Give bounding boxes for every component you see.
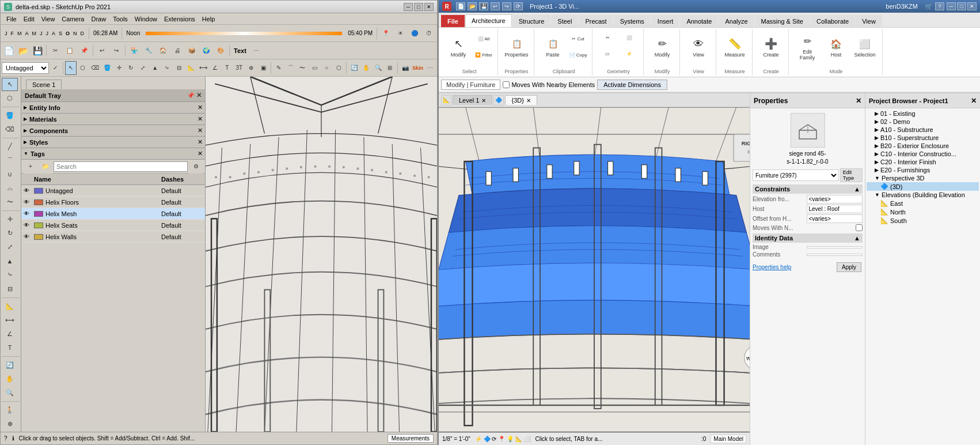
rv-moves-with-checkbox[interactable] <box>503 81 510 88</box>
rv-undo-btn[interactable]: ↩ <box>491 2 500 10</box>
pb-item-b10[interactable]: ▶ B10 - Superstructure <box>867 134 979 142</box>
rv-viewport[interactable]: N S W E RIGHT 3D <box>439 107 750 432</box>
pb-item-02-demo[interactable]: ▶ 02 - Demo <box>867 118 979 126</box>
rv-tab-architecture[interactable]: Architecture <box>465 14 512 27</box>
su-model-btn[interactable]: 📦 <box>185 44 199 58</box>
tag-color-seats[interactable] <box>34 223 43 228</box>
rv-join-geom-btn[interactable]: ⬜ <box>619 30 640 45</box>
su-component-btn[interactable]: ⬡ <box>77 61 89 75</box>
su-zoom-btn[interactable]: 🔍 <box>373 61 384 75</box>
tag-row-helix-mesh[interactable]: 👁 Helix Mesh Default <box>21 208 205 220</box>
su-copy-btn[interactable]: 📋 <box>63 44 77 58</box>
rv-modify-select-btn[interactable]: ↖ Modify <box>445 30 472 63</box>
rv-redo-btn[interactable]: ↪ <box>502 2 511 10</box>
su-help-icon[interactable]: ? <box>4 435 7 442</box>
rv-offset-value[interactable]: <varies> <box>807 214 863 223</box>
lt-arc2[interactable]: ∪ <box>2 168 18 181</box>
su-orbit-btn[interactable]: 🔄 <box>348 61 360 75</box>
entity-info-close[interactable]: ✕ <box>197 104 203 111</box>
su-restore-btn[interactable]: □ <box>414 3 423 11</box>
rv-properties-btn[interactable]: 📋 Properties <box>503 30 530 63</box>
su-minimize-btn[interactable]: ─ <box>404 3 413 11</box>
lt-arc[interactable]: ⌒ <box>2 154 18 167</box>
pb-item-01-existing[interactable]: ▶ 01 - Existing <box>867 110 979 118</box>
rv-moves-with-n-checkbox[interactable] <box>856 224 863 231</box>
rv-sync-btn[interactable]: ⟳ <box>514 2 523 10</box>
rv-open-btn[interactable]: 📂 <box>468 2 477 10</box>
rv-split-btn[interactable]: ⚡ <box>619 46 640 61</box>
su-text-btn[interactable]: T <box>221 61 233 75</box>
su-info-icon[interactable]: ℹ <box>12 435 14 442</box>
lt-offset[interactable]: ⊟ <box>2 282 18 296</box>
lt-line[interactable]: ╱ <box>2 140 18 153</box>
lt-orbit[interactable]: 🔄 <box>2 359 18 372</box>
pb-item-south[interactable]: 📐 South <box>867 216 979 225</box>
rv-close-btn[interactable]: ✕ <box>967 2 977 10</box>
rv-cut-geom-btn[interactable]: ✂ <box>597 30 618 45</box>
rv-properties-close[interactable]: ✕ <box>856 97 861 105</box>
tags-filter-btn[interactable]: ⚙ <box>189 160 203 174</box>
su-followme-btn[interactable]: ⤷ <box>161 61 173 75</box>
pb-item-c10[interactable]: ▶ C10 - Interior Constructio... <box>867 150 979 158</box>
tags-folder-btn[interactable]: 📁 <box>39 160 52 174</box>
menu-view[interactable]: View <box>38 15 59 23</box>
tag-eye-floors[interactable]: 👁 <box>21 199 32 205</box>
su-tray-pin[interactable]: 📌 <box>187 92 194 99</box>
su-offset-btn[interactable]: ⊟ <box>173 61 185 75</box>
su-rect-btn[interactable]: ▭ <box>309 61 320 75</box>
menu-camera[interactable]: Camera <box>58 15 88 23</box>
rv-apply-btn[interactable]: Apply <box>837 262 861 272</box>
lt-axes[interactable]: ⊕ <box>2 417 18 431</box>
su-new-btn[interactable]: 📄 <box>2 44 16 58</box>
rv-question-btn[interactable]: ? <box>935 2 944 10</box>
tags-add-btn[interactable]: + <box>24 160 37 174</box>
components-close[interactable]: ✕ <box>197 127 203 134</box>
rv-3d-close[interactable]: ✕ <box>526 97 531 104</box>
lt-text[interactable]: T <box>2 341 18 355</box>
rv-host-btn[interactable]: 🏠 Host <box>822 30 850 63</box>
rv-tab-structure[interactable]: Structure <box>512 15 551 27</box>
su-skinstyle-btn[interactable]: Skin <box>412 61 424 75</box>
su-shadow-btn[interactable]: 🔵 <box>408 27 421 40</box>
tag-row-helix-walls[interactable]: 👁 Helix Walls Default <box>21 231 205 243</box>
pb-item-perspective[interactable]: ▼ Perspective 3D <box>867 174 979 182</box>
rv-tab-insert[interactable]: Insert <box>651 15 680 27</box>
tag-color-untagged[interactable] <box>34 188 43 194</box>
rv-pb-close[interactable]: ✕ <box>971 97 977 105</box>
rv-cart-btn[interactable]: 🛒 <box>925 3 933 10</box>
rv-tab-annotate[interactable]: Annotate <box>680 15 718 27</box>
su-rotate-btn[interactable]: ↻ <box>125 61 136 75</box>
rv-level1-close[interactable]: ✕ <box>481 97 486 104</box>
su-scale-btn[interactable]: ⤢ <box>137 61 149 75</box>
rv-comments-value[interactable] <box>807 254 863 256</box>
rv-host-value[interactable]: Level : Roof <box>807 205 863 213</box>
su-save-btn[interactable]: 💾 <box>31 44 44 58</box>
su-pan-btn[interactable]: ✋ <box>360 61 372 75</box>
su-sun-slider[interactable] <box>145 31 343 36</box>
su-arc-btn[interactable]: ⌒ <box>285 61 297 75</box>
su-undo-btn[interactable]: ↩ <box>95 44 109 58</box>
tag-color-mesh[interactable] <box>34 211 43 217</box>
su-circle-btn[interactable]: ○ <box>321 61 332 75</box>
su-components-header[interactable]: ▶ Components ✕ <box>21 125 205 137</box>
rv-tab-3d[interactable]: {3D} ✕ <box>505 95 537 105</box>
menu-extensions[interactable]: Extensions <box>161 15 199 23</box>
lt-proto[interactable]: ∠ <box>2 327 18 341</box>
rv-create-btn[interactable]: ➕ Create <box>757 30 785 63</box>
tag-eye-untagged[interactable]: 👁 <box>21 187 32 194</box>
su-camera-btn[interactable]: 📷 <box>400 61 411 75</box>
su-print-btn[interactable]: 🖨 <box>170 44 184 58</box>
su-pencil-btn[interactable]: ✎ <box>273 61 284 75</box>
menu-help[interactable]: Help <box>199 15 219 23</box>
su-layer-dropdown[interactable]: Untagged <box>2 62 49 74</box>
rv-edit-type-btn[interactable]: Edit Type <box>840 168 863 182</box>
menu-edit[interactable]: Edit <box>20 15 38 23</box>
rv-cut-btn[interactable]: ✂ Cut <box>568 31 588 46</box>
su-zoomext-btn[interactable]: ⊞ <box>384 61 396 75</box>
tag-eye-seats[interactable]: 👁 <box>21 222 32 228</box>
su-3dtext-btn[interactable]: 3T <box>233 61 245 75</box>
su-select-btn[interactable]: ↖ <box>65 61 77 75</box>
rv-view-btn[interactable]: 👁 View <box>685 30 712 63</box>
menu-draw[interactable]: Draw <box>88 15 109 23</box>
tag-color-floors[interactable] <box>34 199 43 205</box>
